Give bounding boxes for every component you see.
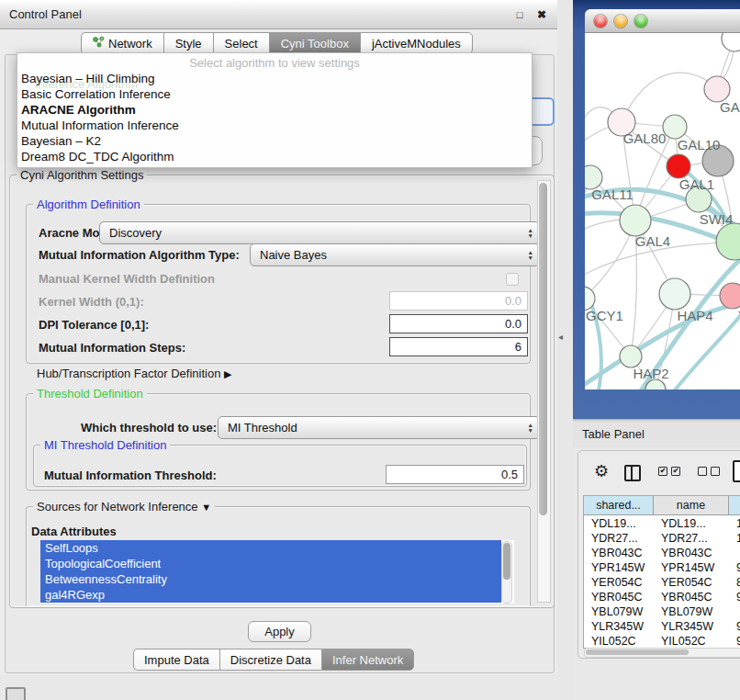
table-column-header[interactable] <box>729 496 740 515</box>
table-cell[interactable]: 9. <box>729 634 740 649</box>
columns-icon[interactable] <box>624 465 641 481</box>
mac-zoom-icon[interactable] <box>634 15 647 28</box>
unchecked-checkbox-icon[interactable] <box>698 467 707 476</box>
tab-jactivemnodules[interactable]: jActiveMNodules <box>360 32 473 54</box>
mi-threshold-field[interactable]: 0.5 <box>386 465 524 484</box>
network-node[interactable] <box>620 205 651 236</box>
algorithm-option[interactable]: Bayesian – K2 <box>17 133 532 149</box>
mi-steps-field[interactable]: 6 <box>389 337 528 356</box>
close-icon[interactable]: ✖ <box>534 7 549 22</box>
tab-select[interactable]: Select <box>213 32 269 54</box>
table-column-header[interactable]: name <box>654 496 729 515</box>
aracne-mode-combo[interactable]: Discovery ▲▼ <box>99 221 540 244</box>
network-node[interactable] <box>722 33 740 51</box>
table-cell[interactable]: 9. <box>729 619 740 634</box>
splitter-collapse-icon[interactable]: ◂ <box>558 332 563 342</box>
checked-checkbox-icon[interactable]: ✔ <box>658 467 667 476</box>
which-threshold-combo[interactable]: MI Threshold ▲▼ <box>218 416 540 439</box>
network-node[interactable] <box>720 283 740 309</box>
table-cell[interactable]: YLR345W <box>584 619 654 634</box>
attribute-list-item[interactable]: TopologicalCoefficient <box>40 556 501 571</box>
table-cell[interactable]: 9. <box>729 590 740 604</box>
table-cell[interactable]: 13 <box>729 516 740 531</box>
network-node[interactable] <box>659 278 690 310</box>
table-cell[interactable]: YBL079W <box>584 604 654 619</box>
table-cell[interactable] <box>729 604 740 619</box>
table-cell[interactable]: 8. <box>729 575 740 590</box>
algorithm-option[interactable]: Dream8 DC_TDC Algorithm <box>17 149 532 164</box>
table-row[interactable]: YIL052CYIL052C9. <box>584 634 740 649</box>
table-cell[interactable]: YBL079W <box>654 604 729 619</box>
panel-splitter[interactable] <box>557 0 573 700</box>
table-cell[interactable]: YLR345W <box>654 619 729 634</box>
attribute-list-item[interactable]: gal4RGexp <box>40 587 501 603</box>
data-attributes-list[interactable]: SelfLoopsTopologicalCoefficientBetweenne… <box>40 540 514 604</box>
collapsed-arrow-icon[interactable]: ▶ <box>224 368 231 379</box>
table-cell[interactable]: YER054C <box>584 575 654 590</box>
network-node[interactable] <box>663 115 687 139</box>
minimized-panel-chip[interactable] <box>6 687 26 700</box>
mac-close-icon[interactable] <box>594 15 607 28</box>
algorithm-option[interactable]: Bayesian – Hill Climbing <box>17 71 532 86</box>
table-cell[interactable]: YDL19... <box>584 516 654 531</box>
network-canvas[interactable]: GALGAL80GAL10GAL1GAL11SWI4GAL4GCY1HAP4YH… <box>585 33 740 390</box>
table-row[interactable]: YBR043CYBR043C <box>584 546 740 560</box>
table-column-header[interactable]: shared... <box>584 496 654 515</box>
table-cell[interactable]: YDR27... <box>654 531 729 546</box>
table-row[interactable]: YLR345WYLR345W9. <box>584 619 740 634</box>
float-window-icon[interactable]: □ <box>512 7 527 22</box>
table-cell[interactable]: YBR043C <box>584 546 654 560</box>
network-node[interactable] <box>716 223 740 260</box>
table-hscrollbar[interactable] <box>584 648 740 658</box>
table-row[interactable]: YDL19...YDL19...13 <box>584 516 740 531</box>
dpi-tolerance-field[interactable]: 0.0 <box>389 314 528 333</box>
table-cell[interactable]: YPR145W <box>584 560 654 575</box>
attributes-scrollbar[interactable] <box>501 541 512 604</box>
tab-cyni-toolbox[interactable]: Cyni Toolbox <box>269 32 360 54</box>
table-cell[interactable]: YER054C <box>654 575 729 590</box>
tab-network[interactable]: Network <box>81 32 163 54</box>
settings-scrollbar[interactable] <box>537 180 551 603</box>
network-window-titlebar[interactable] <box>585 9 740 33</box>
table-cell[interactable]: 9. <box>729 560 740 575</box>
algorithm-option[interactable]: Mutual Information Inference <box>17 118 532 133</box>
network-node[interactable] <box>620 345 642 367</box>
cyni-tab-discretize-data[interactable]: Discretize Data <box>219 649 321 671</box>
algorithm-option[interactable]: Basic Correlation Inference <box>17 86 532 102</box>
unchecked-checkbox-icon[interactable] <box>711 467 720 476</box>
table-cell[interactable]: YIL052C <box>584 634 654 649</box>
table-cell[interactable] <box>729 546 740 560</box>
cyni-tab-infer-network[interactable]: Infer Network <box>321 649 414 671</box>
apply-button[interactable]: Apply <box>248 621 311 642</box>
cyni-tab-impute-data[interactable]: Impute Data <box>133 649 219 671</box>
attribute-list-item[interactable]: BetweennessCentrality <box>40 571 501 587</box>
table-row[interactable]: YBL079WYBL079W <box>584 604 740 619</box>
algorithm-option[interactable]: ARACNE Algorithm <box>17 102 532 118</box>
network-node[interactable] <box>704 76 730 102</box>
table-cell[interactable]: YBR043C <box>654 546 729 560</box>
manual-kernel-checkbox[interactable] <box>506 273 519 286</box>
export-table-icon[interactable] <box>733 460 740 482</box>
table-row[interactable]: YER054CYER054C8. <box>584 575 740 590</box>
hub-definition-section[interactable]: Hub/Transcription Factor Definition ▶ <box>37 367 231 380</box>
network-node[interactable] <box>667 154 690 178</box>
table-cell[interactable]: 12 <box>729 531 740 546</box>
settings-scrollbar-thumb[interactable] <box>539 183 547 515</box>
table-cell[interactable]: YDL19... <box>654 516 729 531</box>
attributes-scrollbar-thumb[interactable] <box>503 543 510 580</box>
mi-type-combo[interactable]: Naive Bayes ▲▼ <box>250 243 540 266</box>
table-row[interactable]: YDR27...YDR27...12 <box>584 531 740 546</box>
expanded-arrow-icon[interactable]: ▼ <box>201 502 211 513</box>
attribute-list-item[interactable]: SelfLoops <box>40 540 501 556</box>
tab-style[interactable]: Style <box>163 32 213 54</box>
table-row[interactable]: YPR145WYPR145W9. <box>584 560 740 575</box>
table-cell[interactable]: YPR145W <box>654 560 729 575</box>
table-hscrollbar-thumb[interactable] <box>586 649 689 655</box>
gear-icon[interactable]: ⚙ <box>594 463 609 480</box>
table-cell[interactable]: YBR045C <box>584 590 654 604</box>
table-row[interactable]: YBR045CYBR045C9. <box>584 590 740 604</box>
sources-group-title[interactable]: Sources for Network Inference ▼ <box>33 501 215 514</box>
kernel-width-field[interactable]: 0.0 <box>389 291 528 310</box>
table-cell[interactable]: YBR045C <box>654 590 729 604</box>
checked-checkbox-icon[interactable]: ✔ <box>671 467 680 476</box>
